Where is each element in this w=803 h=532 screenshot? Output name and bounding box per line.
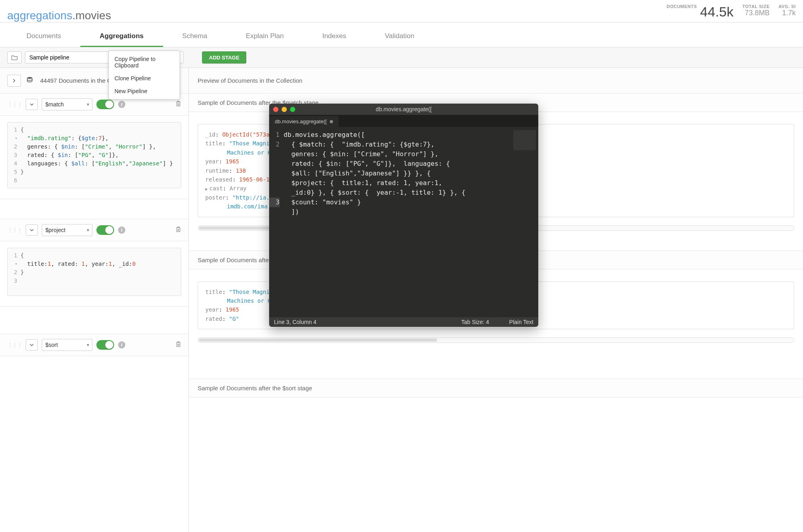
pipeline-name-input[interactable] <box>25 51 112 63</box>
editor-tab-label: db.movies.aggregate([ <box>275 118 327 124</box>
stage-enabled-toggle[interactable] <box>96 340 114 350</box>
folder-icon <box>11 55 18 60</box>
stage-header: ⋮⋮⋮ $project i <box>0 219 188 241</box>
breadcrumb-collection: .movies <box>72 9 111 22</box>
window-title: db.movies.aggregate([ <box>269 106 538 112</box>
stage-operator-select[interactable]: $match <box>42 98 92 110</box>
breadcrumb: aggregations.movies <box>7 9 666 22</box>
window-titlebar[interactable]: db.movies.aggregate([ <box>269 104 538 115</box>
collection-tabs: DocumentsAggregationsSchemaExplain PlanI… <box>0 22 803 47</box>
stage-code-editor[interactable]: 1 ▾23456 { "imdb.rating": {$gte:7}, genr… <box>7 122 181 188</box>
stage-code-editor[interactable]: 1 ▾23 { title:1, rated: 1, year:1, _id:0… <box>7 248 181 296</box>
stage-body: 1 ▾23456 { "imdb.rating": {$gte:7}, genr… <box>0 116 188 199</box>
editor-code[interactable]: db.movies.aggregate([ { $match: { "imdb.… <box>284 130 538 314</box>
tab-aggregations[interactable]: Aggregations <box>80 28 163 47</box>
info-icon[interactable]: i <box>118 101 125 108</box>
syntax-mode[interactable]: Plain Text <box>509 319 533 325</box>
collapse-stage-button[interactable] <box>26 224 38 236</box>
sample-header: Sample of Documents after the $sort stag… <box>189 379 803 397</box>
text-editor-window[interactable]: db.movies.aggregate([ db.movies.aggregat… <box>269 104 538 327</box>
pipeline-menu-dropdown: Copy Pipeline to ClipboardClone Pipeline… <box>108 51 180 100</box>
stage-enabled-toggle[interactable] <box>96 100 114 109</box>
stage-operator-select[interactable]: $project <box>42 224 92 236</box>
drag-handle-icon[interactable]: ⋮⋮⋮ <box>7 101 22 108</box>
tab-explain-plan[interactable]: Explain Plan <box>227 28 303 47</box>
expand-documents-button[interactable] <box>7 75 21 87</box>
menu-item-clone-pipeline[interactable]: Clone Pipeline <box>109 72 180 85</box>
header: aggregations.movies DOCUMENTS 44.5k TOTA… <box>0 0 803 22</box>
tab-documents[interactable]: Documents <box>7 28 80 47</box>
chevron-down-icon <box>30 103 34 106</box>
chevron-down-icon <box>30 344 34 347</box>
code-content[interactable]: { "imdb.rating": {$gte:7}, genres: { $ni… <box>20 126 181 185</box>
editor-tabbar: db.movies.aggregate([ <box>269 115 538 127</box>
total-size-value: 73.8MB <box>742 9 770 17</box>
info-icon[interactable]: i <box>118 341 125 349</box>
avg-size-label: AVG. SI <box>778 4 796 9</box>
stage-body: 1 ▾23 { title:1, rated: 1, year:1, _id:0… <box>0 241 188 307</box>
stage-operator-select[interactable]: $sort <box>42 339 92 351</box>
editor-tab[interactable]: db.movies.aggregate([ <box>269 116 339 127</box>
documents-label: DOCUMENTS <box>666 4 697 9</box>
chevron-down-icon <box>30 229 34 232</box>
info-icon[interactable]: i <box>118 226 125 234</box>
add-stage-button[interactable]: ADD STAGE <box>202 51 246 63</box>
svg-point-0 <box>27 77 32 78</box>
horizontal-scrollbar[interactable] <box>198 337 794 343</box>
chevron-right-icon <box>12 79 16 83</box>
delete-stage-button[interactable] <box>176 341 181 349</box>
code-gutter: 1 ▾23 <box>8 251 20 292</box>
code-gutter: 1 ▾23456 <box>8 126 20 185</box>
tab-validation[interactable]: Validation <box>366 28 433 47</box>
delete-stage-button[interactable] <box>176 226 181 234</box>
tab-indexes[interactable]: Indexes <box>303 28 366 47</box>
collapse-stage-button[interactable] <box>26 99 38 110</box>
cursor-position: Line 3, Column 4 <box>274 319 317 325</box>
stages-column: 44497 Documents in the Co ⋮⋮⋮ $match i 1… <box>0 68 189 532</box>
collection-stats: DOCUMENTS 44.5k TOTAL SIZE 73.8MB AVG. S… <box>666 4 796 20</box>
documents-value: 44.5k <box>700 4 734 20</box>
code-content[interactable]: { title:1, rated: 1, year:1, _id:0 } <box>20 251 181 292</box>
editor-body[interactable]: 123 db.movies.aggregate([ { $match: { "i… <box>269 127 538 317</box>
menu-item-copy-pipeline-to-clipboard[interactable]: Copy Pipeline to Clipboard <box>109 53 180 72</box>
menu-item-new-pipeline[interactable]: New Pipeline <box>109 85 180 98</box>
breadcrumb-db[interactable]: aggregations <box>7 9 72 22</box>
trash-icon <box>176 100 181 107</box>
unsaved-indicator-icon <box>330 120 333 123</box>
stage-enabled-toggle[interactable] <box>96 225 114 235</box>
database-icon <box>27 77 33 85</box>
editor-gutter: 123 <box>269 130 284 314</box>
trash-icon <box>176 226 181 232</box>
open-pipeline-button[interactable] <box>7 51 22 63</box>
delete-stage-button[interactable] <box>176 100 181 108</box>
tab-schema[interactable]: Schema <box>163 28 227 47</box>
preview-header: Preview of Documents in the Collection <box>189 68 803 94</box>
total-size-label: TOTAL SIZE <box>742 4 770 9</box>
stage-header: ⋮⋮⋮ $sort i <box>0 334 188 356</box>
avg-size-value: 1.7k <box>778 9 796 17</box>
trash-icon <box>176 341 181 347</box>
tab-size[interactable]: Tab Size: 4 <box>461 319 489 325</box>
documents-count-text: 44497 Documents in the Co <box>40 77 115 84</box>
drag-handle-icon[interactable]: ⋮⋮⋮ <box>7 227 22 233</box>
collapse-stage-button[interactable] <box>26 339 38 351</box>
minimap[interactable] <box>513 130 536 150</box>
drag-handle-icon[interactable]: ⋮⋮⋮ <box>7 342 22 348</box>
editor-statusbar: Line 3, Column 4 Tab Size: 4 Plain Text <box>269 317 538 327</box>
